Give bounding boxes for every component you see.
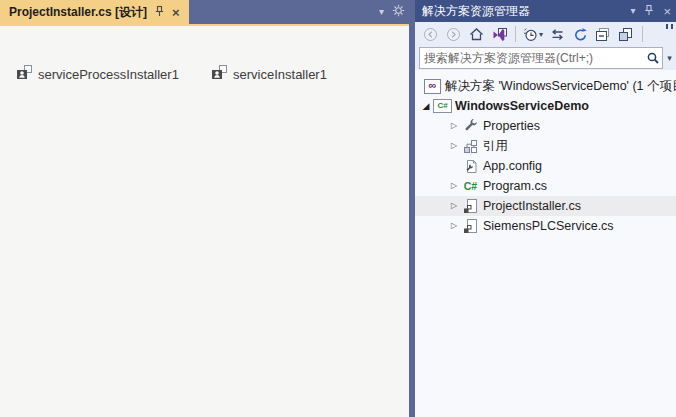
tab-projectinstaller-design[interactable]: ProjectInstaller.cs [设计] × xyxy=(0,0,189,24)
expander-collapsed-icon[interactable]: ▷ xyxy=(447,202,461,210)
tree-item-label: SiemensPLCService.cs xyxy=(483,219,614,233)
component-label: serviceInstaller1 xyxy=(233,67,327,82)
solution-tree: ∞ 解决方案 'WindowsServiceDemo' (1 个项目) ◢ C#… xyxy=(415,70,676,417)
toolbar-separator xyxy=(642,26,643,42)
tree-item-siemensplcservicecs[interactable]: ▷ SiemensPLCService.cs xyxy=(415,216,676,236)
back-icon[interactable] xyxy=(420,23,440,45)
designer-surface[interactable]: serviceProcessInstaller1 serviceInstalle… xyxy=(0,26,409,417)
wrench-icon xyxy=(461,119,480,133)
gear-icon[interactable] xyxy=(392,3,405,21)
switch-views-icon[interactable] xyxy=(489,23,509,45)
refresh-icon[interactable] xyxy=(570,23,590,45)
tree-item-projectinstallercs[interactable]: ▷ ProjectInstaller.cs xyxy=(415,196,676,216)
tree-item-label: 引用 xyxy=(483,138,508,155)
tree-item-project-windowsservicedemo[interactable]: ◢ C# WindowsServiceDemo xyxy=(415,96,676,116)
tree-item-label: App.config xyxy=(483,159,542,173)
close-icon[interactable]: × xyxy=(172,6,180,19)
pin-icon[interactable] xyxy=(154,3,165,21)
dropdown-icon: ▾ xyxy=(539,30,543,39)
tab-title: ProjectInstaller.cs [设计] xyxy=(9,4,147,21)
references-icon xyxy=(461,139,480,154)
solution-icon: ∞ xyxy=(423,79,442,94)
show-all-files-icon[interactable] xyxy=(616,23,636,45)
toolbar-separator xyxy=(515,26,516,42)
component-file-icon xyxy=(461,198,480,214)
component-icon xyxy=(211,64,228,84)
solution-explorer-titlebar[interactable]: 解决方案资源管理器 ▾ × xyxy=(415,0,676,22)
component-file-icon xyxy=(461,218,480,234)
search-options-dropdown[interactable]: ▾ xyxy=(663,53,676,63)
expander-collapsed-icon[interactable]: ▷ xyxy=(447,122,461,130)
component-icon xyxy=(16,64,33,84)
home-icon[interactable] xyxy=(466,23,486,45)
expander-collapsed-icon[interactable]: ▷ xyxy=(447,182,461,190)
component-label: serviceProcessInstaller1 xyxy=(38,67,179,82)
pin-icon[interactable] xyxy=(644,2,654,20)
tree-item-label: Program.cs xyxy=(483,179,547,193)
config-file-icon xyxy=(461,159,480,174)
csharp-file-icon: C# xyxy=(461,180,480,192)
tree-item-references[interactable]: ▷ 引用 xyxy=(415,136,676,156)
forward-icon[interactable] xyxy=(443,23,463,45)
pending-changes-filter-icon[interactable]: ▾ xyxy=(522,23,544,45)
tabstrip-actions: ▾ xyxy=(379,0,405,24)
component-serviceinstaller[interactable]: serviceInstaller1 xyxy=(211,64,327,84)
component-serviceprocessinstaller[interactable]: serviceProcessInstaller1 xyxy=(16,64,179,84)
search-input[interactable] xyxy=(420,51,644,65)
sync-active-document-icon[interactable] xyxy=(547,23,567,45)
solution-explorer-toolbar: ▾ xyxy=(415,22,676,46)
tree-item-solution[interactable]: ∞ 解决方案 'WindowsServiceDemo' (1 个项目) xyxy=(415,76,676,96)
chevron-down-icon[interactable]: ▾ xyxy=(379,7,384,17)
expander-collapsed-icon[interactable]: ▷ xyxy=(447,142,461,150)
vs-window: ProjectInstaller.cs [设计] × ▾ xyxy=(0,0,676,417)
search-icon[interactable] xyxy=(644,51,662,65)
search-box xyxy=(419,47,663,69)
tree-item-properties[interactable]: ▷ Properties xyxy=(415,116,676,136)
close-icon[interactable]: × xyxy=(663,5,671,18)
tree-item-label: WindowsServiceDemo xyxy=(455,99,589,113)
tree-item-appconfig[interactable]: App.config xyxy=(415,156,676,176)
tree-item-label: ProjectInstaller.cs xyxy=(483,199,581,213)
expander-expanded-icon[interactable]: ◢ xyxy=(419,102,433,111)
clipped-toolbar-icon[interactable] xyxy=(666,24,673,29)
panel-title: 解决方案资源管理器 xyxy=(420,3,630,20)
tree-item-label: 解决方案 'WindowsServiceDemo' (1 个项目) xyxy=(445,78,676,95)
chevron-down-icon[interactable]: ▾ xyxy=(630,6,635,16)
titlebar-actions: ▾ × xyxy=(630,2,671,20)
solution-explorer-panel: 解决方案资源管理器 ▾ × xyxy=(415,0,676,417)
collapse-all-icon[interactable] xyxy=(593,23,613,45)
tree-item-programcs[interactable]: ▷ C# Program.cs xyxy=(415,176,676,196)
document-pane: ProjectInstaller.cs [设计] × ▾ xyxy=(0,0,409,417)
csharp-project-icon: C# xyxy=(433,99,452,113)
document-tabstrip: ProjectInstaller.cs [设计] × ▾ xyxy=(0,0,409,26)
search-row: ▾ xyxy=(415,46,676,70)
tree-item-label: Properties xyxy=(483,119,540,133)
expander-collapsed-icon[interactable]: ▷ xyxy=(447,222,461,230)
